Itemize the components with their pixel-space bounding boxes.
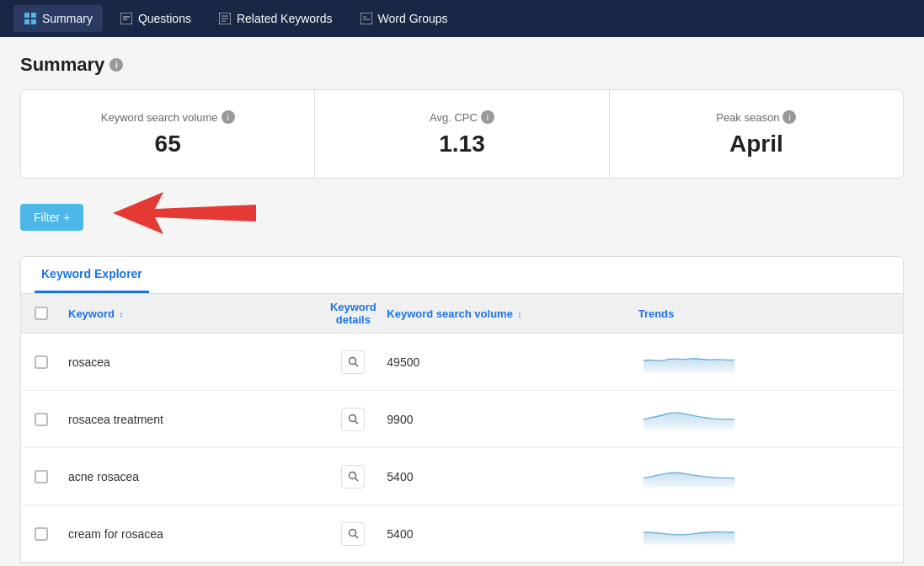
svg-point-19 xyxy=(349,473,355,479)
svg-rect-4 xyxy=(120,13,132,24)
main-content: Summary i Keyword search volume i 65 Avg… xyxy=(0,37,924,566)
svg-line-22 xyxy=(355,536,358,539)
trend-chart xyxy=(638,345,740,376)
row-details-cell xyxy=(319,522,387,546)
filter-button[interactable]: Filter + xyxy=(20,204,83,231)
stats-cards: Keyword search volume i 65 Avg. CPC i 1.… xyxy=(20,89,904,179)
nav-summary-label: Summary xyxy=(42,12,93,25)
row-details-cell xyxy=(319,408,387,431)
row-details-cell xyxy=(319,350,387,374)
svg-point-21 xyxy=(349,530,355,537)
search-icon xyxy=(348,356,359,367)
row-trends xyxy=(638,460,889,493)
stat-card-peak-season: Peak season i April xyxy=(610,90,903,178)
row-search-button[interactable] xyxy=(341,465,365,489)
row-keyword: rosacea treatment xyxy=(68,413,319,426)
row-keyword: rosacea xyxy=(68,355,319,369)
row-volume: 49500 xyxy=(387,355,638,369)
search-icon xyxy=(348,471,359,482)
tab-keyword-explorer[interactable]: Keyword Explorer xyxy=(35,257,149,293)
row-search-button[interactable] xyxy=(341,408,365,431)
grid-icon xyxy=(24,12,37,25)
page-title-area: Summary i xyxy=(20,54,904,76)
row-search-button[interactable] xyxy=(341,522,365,546)
row-keyword: cream for rosacea xyxy=(68,527,319,541)
nav-questions-label: Questions xyxy=(138,12,191,25)
row-checkbox-cell xyxy=(35,470,68,483)
th-checkbox xyxy=(35,307,68,320)
filter-area: Filter + xyxy=(20,192,904,243)
svg-rect-1 xyxy=(31,13,36,18)
table-rows-container: rosacea 49500 xyxy=(21,334,903,563)
row-trends xyxy=(638,403,889,435)
header-checkbox[interactable] xyxy=(35,307,48,320)
svg-rect-11 xyxy=(361,13,372,24)
svg-rect-0 xyxy=(24,13,29,18)
row-checkbox[interactable] xyxy=(35,355,48,369)
peak-season-info-icon[interactable]: i xyxy=(782,110,796,124)
related-keywords-icon xyxy=(218,12,232,25)
th-details: Keyword details xyxy=(319,301,387,326)
nav-summary[interactable]: Summary xyxy=(13,5,103,32)
page-title: Summary xyxy=(20,54,104,76)
row-keyword: acne rosacea xyxy=(68,470,319,483)
search-icon xyxy=(348,414,359,424)
svg-line-20 xyxy=(355,478,358,482)
svg-point-17 xyxy=(349,415,355,422)
top-nav: Summary Questions Related Keywords xyxy=(0,0,924,37)
svg-rect-2 xyxy=(24,19,29,24)
row-search-button[interactable] xyxy=(341,350,365,374)
trend-chart xyxy=(638,460,740,490)
th-keyword[interactable]: Keyword ↕ xyxy=(68,307,319,320)
table-header: Keyword ↕ Keyword details Keyword search… xyxy=(21,294,903,334)
svg-marker-14 xyxy=(113,192,256,234)
stat-card-avg-cpc: Avg. CPC i 1.13 xyxy=(315,90,609,178)
row-checkbox[interactable] xyxy=(35,413,48,426)
word-groups-icon xyxy=(360,12,373,25)
th-volume[interactable]: Keyword search volume ↕ xyxy=(387,307,638,320)
nav-related-keywords-label: Related Keywords xyxy=(237,12,333,25)
row-checkbox[interactable] xyxy=(35,527,48,541)
row-volume: 9900 xyxy=(387,413,638,426)
search-icon xyxy=(348,528,359,539)
table-row: acne rosacea 5400 xyxy=(21,448,903,505)
nav-word-groups[interactable]: Word Groups xyxy=(350,5,458,32)
svg-rect-3 xyxy=(31,19,36,24)
nav-questions[interactable]: Questions xyxy=(109,5,201,32)
stat-label-avg-cpc: Avg. CPC i xyxy=(332,110,591,124)
keyword-sort-icon[interactable]: ↕ xyxy=(120,310,124,319)
stat-value-avg-cpc: 1.13 xyxy=(332,131,591,158)
trend-chart xyxy=(638,403,740,433)
th-trends: Trends xyxy=(638,307,889,320)
stat-label-peak-season: Peak season i xyxy=(627,110,886,124)
table-row: rosacea treatment 9900 xyxy=(21,391,903,448)
stat-value-search-volume: 65 xyxy=(38,131,297,158)
arrow-annotation xyxy=(88,184,273,243)
row-volume: 5400 xyxy=(387,470,638,483)
search-volume-info-icon[interactable]: i xyxy=(222,110,235,124)
svg-line-18 xyxy=(355,421,358,424)
row-trends xyxy=(638,345,889,378)
row-details-cell xyxy=(319,465,387,489)
questions-icon xyxy=(120,12,133,25)
table-row: rosacea 49500 xyxy=(21,334,903,391)
row-trends xyxy=(638,517,889,550)
stat-value-peak-season: April xyxy=(627,131,886,158)
nav-related-keywords[interactable]: Related Keywords xyxy=(208,5,343,32)
stat-card-search-volume: Keyword search volume i 65 xyxy=(21,90,315,178)
trend-chart xyxy=(638,517,740,547)
svg-point-15 xyxy=(349,358,355,365)
tabs-section: Keyword Explorer xyxy=(20,256,904,294)
volume-sort-icon[interactable]: ↕ xyxy=(518,310,522,319)
row-checkbox-cell xyxy=(35,355,68,369)
svg-line-16 xyxy=(355,364,358,367)
stat-label-search-volume: Keyword search volume i xyxy=(38,110,297,124)
row-checkbox-cell xyxy=(35,413,68,426)
keyword-table: Keyword ↕ Keyword details Keyword search… xyxy=(20,294,904,563)
avg-cpc-info-icon[interactable]: i xyxy=(481,110,494,124)
nav-word-groups-label: Word Groups xyxy=(378,12,448,25)
title-info-icon[interactable]: i xyxy=(109,58,123,72)
row-checkbox[interactable] xyxy=(35,470,48,483)
row-checkbox-cell xyxy=(35,527,68,541)
row-volume: 5400 xyxy=(387,527,638,541)
